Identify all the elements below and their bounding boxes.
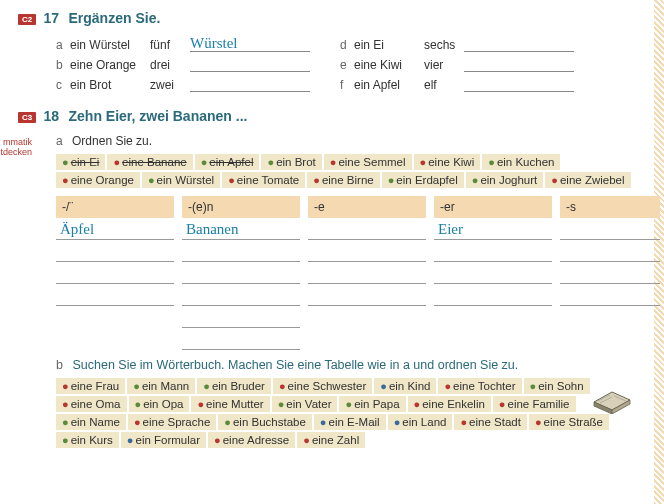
column-header: -er — [434, 196, 552, 218]
table-cell[interactable] — [434, 244, 552, 262]
column-header: -/¨ — [56, 196, 174, 218]
table-cell[interactable] — [182, 288, 300, 306]
word-chip: ●ein Name — [56, 414, 126, 430]
table-cell[interactable] — [182, 332, 300, 350]
word-chip: ●ein Vater — [272, 396, 338, 412]
plural-table: -/¨Äpfel-(e)nBananen-e-erEier-s — [56, 196, 640, 350]
table-cell[interactable] — [308, 244, 426, 262]
table-cell[interactable] — [308, 222, 426, 240]
text-cell: f — [340, 78, 354, 92]
word-chip: ●ein Formular — [121, 432, 206, 448]
table-cell[interactable] — [434, 288, 552, 306]
text-cell: b — [56, 58, 70, 72]
exercise-18: mmatiktdecken C3 18 Zehn Eier, zwei Bana… — [18, 108, 640, 448]
word-chip: ●eine Zahl — [297, 432, 365, 448]
word-chip: ●ein Apfel — [195, 154, 260, 170]
word-chip: ●eine Frau — [56, 378, 125, 394]
table-cell[interactable]: Eier — [434, 222, 552, 240]
word-chip: ●eine Mutter — [191, 396, 269, 412]
word-chip: ●eine Orange — [56, 172, 140, 188]
plural-column: -erEier — [434, 196, 552, 350]
word-chip: ●ein Mann — [127, 378, 195, 394]
word-chip: ●eine Sprache — [128, 414, 216, 430]
text-cell: d — [340, 38, 354, 52]
text-cell: ein Apfel — [354, 78, 424, 92]
word-chip: ●ein Brot — [261, 154, 321, 170]
badge-c2: C2 — [18, 14, 36, 25]
fill-blank[interactable] — [464, 36, 574, 52]
text-cell: sechs — [424, 38, 464, 52]
word-chip: ●ein Opa — [129, 396, 190, 412]
word-chip: ●eine Familie — [493, 396, 576, 412]
table-cell[interactable] — [308, 266, 426, 284]
table-cell[interactable] — [560, 266, 660, 284]
word-chip: ●eine Banane — [107, 154, 192, 170]
text-cell: elf — [424, 78, 464, 92]
table-cell[interactable] — [308, 288, 426, 306]
fill-blank[interactable] — [190, 56, 310, 72]
table-cell[interactable]: Bananen — [182, 222, 300, 240]
badge-c3: C3 — [18, 112, 36, 123]
fill-blank[interactable] — [190, 76, 310, 92]
fill-blank[interactable] — [464, 56, 574, 72]
fill-blank[interactable] — [464, 76, 574, 92]
table-cell[interactable]: Äpfel — [56, 222, 174, 240]
plural-column: -/¨Äpfel — [56, 196, 174, 350]
text-cell: ein Brot — [70, 78, 150, 92]
table-cell[interactable] — [434, 266, 552, 284]
table-cell[interactable] — [56, 244, 174, 262]
word-box-a: ●ein Ei●eine Banane●ein Apfel●ein Brot●e… — [56, 154, 640, 188]
word-chip: ●eine Straße — [529, 414, 609, 430]
text-cell: c — [56, 78, 70, 92]
text-cell: ein Ei — [354, 38, 424, 52]
ex18-title: Zehn Eier, zwei Bananen ... — [69, 108, 248, 124]
word-chip: ●ein E-Mail — [314, 414, 386, 430]
table-cell[interactable] — [560, 244, 660, 262]
ex18b-instruction: Suchen Sie im Wörterbuch. Machen Sie ein… — [72, 358, 518, 372]
text-cell: eine Kiwi — [354, 58, 424, 72]
plural-column: -s — [560, 196, 660, 350]
word-chip: ●ein Kurs — [56, 432, 119, 448]
table-cell[interactable] — [182, 310, 300, 328]
table-cell[interactable] — [560, 222, 660, 240]
word-chip: ●ein Ei — [56, 154, 105, 170]
column-header: -(e)n — [182, 196, 300, 218]
text-cell: eine Orange — [70, 58, 150, 72]
word-chip: ●eine Semmel — [324, 154, 412, 170]
word-chip: ●eine Zwiebel — [545, 172, 630, 188]
exercise-17: C2 17 Ergänzen Sie. aein WürstelfünfWürs… — [18, 10, 640, 92]
word-chip: ●ein Bruder — [197, 378, 271, 394]
table-cell[interactable] — [560, 288, 660, 306]
grammar-side-label: mmatiktdecken — [0, 137, 32, 157]
text-cell: vier — [424, 58, 464, 72]
plural-column: -(e)nBananen — [182, 196, 300, 350]
text-cell: drei — [150, 58, 190, 72]
dictionary-icon — [590, 380, 634, 414]
word-box-b: ●eine Frau●ein Mann●ein Bruder●eine Schw… — [56, 378, 640, 448]
word-chip: ●ein Joghurt — [466, 172, 544, 188]
text-cell: zwei — [150, 78, 190, 92]
table-cell[interactable] — [182, 266, 300, 284]
word-chip: ●ein Sohn — [524, 378, 590, 394]
word-chip: ●eine Stadt — [454, 414, 526, 430]
ex18b-letter: b — [56, 358, 63, 372]
text-cell: fünf — [150, 38, 190, 52]
ex17-title: Ergänzen Sie. — [69, 10, 161, 26]
ex17-grid: aein WürstelfünfWürsteldein Eisechsbeine… — [56, 36, 640, 92]
text-cell: a — [56, 38, 70, 52]
word-chip: ●eine Kiwi — [414, 154, 481, 170]
word-chip: ●ein Erdapfel — [382, 172, 464, 188]
word-chip: ●ein Papa — [339, 396, 405, 412]
word-chip: ●eine Tomate — [222, 172, 305, 188]
ex18-number: 18 — [44, 108, 60, 124]
table-cell[interactable] — [56, 288, 174, 306]
word-chip: ●eine Schwester — [273, 378, 372, 394]
word-chip: ●ein Buchstabe — [218, 414, 312, 430]
plural-column: -e — [308, 196, 426, 350]
text-cell: e — [340, 58, 354, 72]
word-chip: ●eine Adresse — [208, 432, 295, 448]
fill-blank[interactable]: Würstel — [190, 36, 310, 52]
table-cell[interactable] — [182, 244, 300, 262]
table-cell[interactable] — [56, 266, 174, 284]
ex17-number: 17 — [44, 10, 60, 26]
